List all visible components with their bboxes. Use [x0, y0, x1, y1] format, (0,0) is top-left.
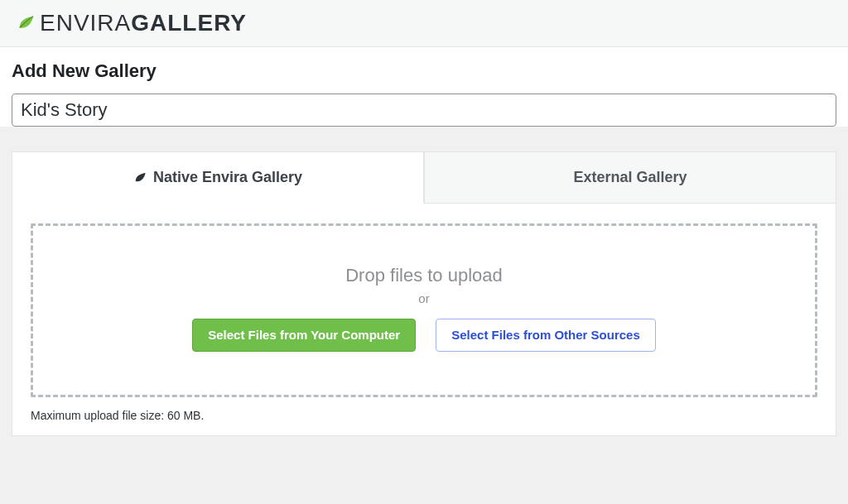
upload-buttons-row: Select Files from Your Computer Select F…	[192, 319, 656, 352]
file-dropzone[interactable]: Drop files to upload or Select Files fro…	[31, 223, 817, 397]
gallery-title-input[interactable]	[12, 94, 836, 127]
leaf-icon	[17, 14, 35, 32]
editor-area: Native Envira Gallery External Gallery D…	[0, 127, 848, 436]
upload-panel: Drop files to upload or Select Files fro…	[12, 204, 836, 436]
tab-external-label: External Gallery	[573, 169, 687, 186]
select-files-computer-button[interactable]: Select Files from Your Computer	[192, 319, 416, 352]
max-upload-size-text: Maximum upload file size: 60 MB.	[31, 409, 817, 422]
select-files-other-sources-button[interactable]: Select Files from Other Sources	[436, 319, 656, 352]
dropzone-heading: Drop files to upload	[345, 265, 503, 286]
source-tabs: Native Envira Gallery External Gallery	[12, 151, 836, 204]
brand-name-part1: ENVIRA	[40, 10, 131, 36]
dropzone-or-text: or	[418, 291, 429, 305]
leaf-icon	[133, 171, 147, 185]
upload-panel-body: Drop files to upload or Select Files fro…	[12, 204, 836, 435]
tab-native-label: Native Envira Gallery	[153, 169, 302, 186]
brand-name-part2: GALLERY	[131, 10, 247, 36]
brand-name: ENVIRAGALLERY	[40, 12, 247, 35]
page-title: Add New Gallery	[12, 60, 836, 82]
title-section: Add New Gallery	[0, 47, 848, 127]
tab-native-gallery[interactable]: Native Envira Gallery	[12, 151, 424, 204]
brand-logo: ENVIRAGALLERY	[17, 12, 247, 35]
top-banner: ENVIRAGALLERY	[0, 0, 848, 47]
tab-external-gallery[interactable]: External Gallery	[424, 151, 836, 204]
